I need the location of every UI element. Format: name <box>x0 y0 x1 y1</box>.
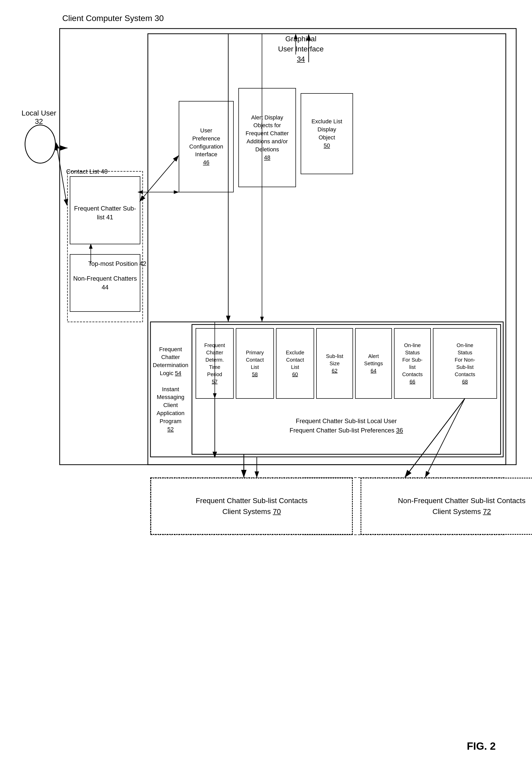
local-user-ellipse <box>25 125 56 164</box>
frequent-chatter-preferences-label: Frequent Chatter Sub-list Local User Fre… <box>192 400 501 452</box>
client-computer-system-label: Client Computer System 30 <box>62 13 164 24</box>
sub-list-size-box: Sub-list Size 62 <box>317 328 353 398</box>
fig-label: FIG. 2 <box>467 741 496 752</box>
non-frequent-chatter-sublist-contacts-box: Non-Frequent Chatter Sub-list Contacts C… <box>361 478 532 535</box>
top-most-position-label: Top-most Position 42 <box>88 259 146 267</box>
svg-line-32 <box>143 156 178 197</box>
user-preference-config-box: User Preference Configuration Interface … <box>179 101 234 192</box>
diagram-container: Client Computer System 30 Local User 32 … <box>10 10 522 768</box>
frequent-chatter-sublist-box: Frequent Chatter Sub-list 41 <box>70 179 140 247</box>
contact-list-label: Contact List 40 <box>66 167 108 175</box>
frequent-chatter-sublist-contacts-box: Frequent Chatter Sub-list Contacts Clien… <box>151 478 353 535</box>
exclude-contact-list-box: Exclude Contact List 60 <box>276 328 314 398</box>
svg-line-31 <box>57 148 67 205</box>
exclude-list-display-box: Exclude List Display Object 50 <box>301 93 353 174</box>
gui-label: Graphical User Interface 34 <box>275 34 327 64</box>
primary-contact-list-box: Primary Contact List 58 <box>236 328 274 398</box>
alert-settings-box: Alert Settings 64 <box>355 328 392 398</box>
online-status-non-sublist-box: On-line Status For Non- Sub-list Contact… <box>433 328 497 398</box>
instant-messaging-labels: Frequent Chatter Determination Logic 54 … <box>151 324 191 454</box>
local-user-label: Local User 32 <box>18 109 60 126</box>
online-status-sublist-box: On-line Status For Sub- list Contacts 66 <box>394 328 431 398</box>
frequent-chatter-determ-time-box: Frequent Chatter Determ. Time Period 57 <box>196 328 234 398</box>
alert-display-objects-box: Alert Display Objects for Frequent Chatt… <box>239 88 296 187</box>
